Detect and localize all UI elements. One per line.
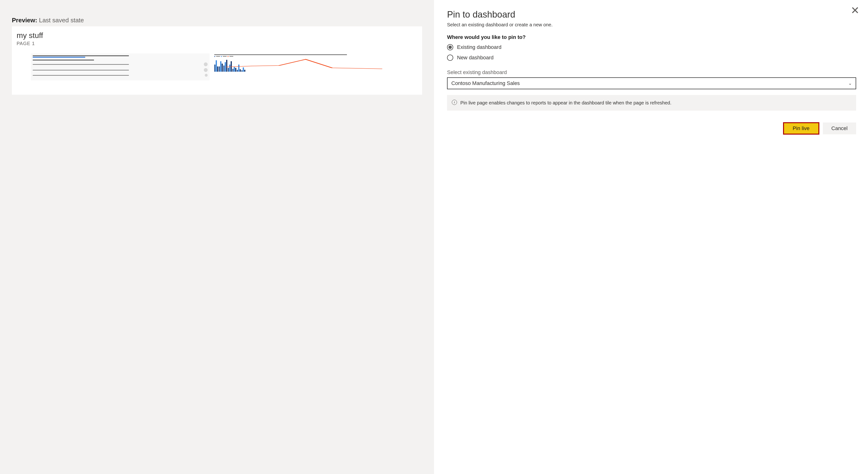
pin-question: Where would you like to pin to? — [447, 34, 856, 40]
preview-page: PAGE 1 — [17, 41, 417, 46]
radio-new-label: New dashboard — [457, 55, 494, 61]
close-icon: ✕ — [851, 4, 860, 16]
select-dashboard-dropdown[interactable]: Contoso Manufacturing Sales ⌄ — [447, 78, 856, 89]
preview-thumbnail — [17, 53, 417, 81]
preview-label: Preview: Last saved state — [12, 17, 422, 24]
thumbnail-chart — [213, 53, 392, 81]
preview-label-prefix: Preview: — [12, 17, 37, 24]
close-button[interactable]: ✕ — [851, 5, 860, 16]
info-text: Pin live page enables changes to reports… — [460, 99, 671, 106]
radio-existing-dashboard[interactable]: Existing dashboard — [447, 44, 856, 50]
select-dashboard-label: Select existing dashboard — [447, 69, 856, 76]
radio-new-dashboard[interactable]: New dashboard — [447, 55, 856, 61]
preview-state: Last saved state — [39, 17, 84, 24]
thumbnail-influencers — [31, 53, 210, 81]
preview-title: my stuff — [17, 31, 417, 40]
radio-icon — [447, 44, 453, 50]
info-box: i Pin live page enables changes to repor… — [447, 95, 856, 111]
dialog-subtitle: Select an existing dashboard or create a… — [447, 22, 856, 28]
pin-live-button[interactable]: Pin live — [783, 122, 819, 134]
dropdown-value: Contoso Manufacturing Sales — [451, 80, 520, 86]
pin-dialog: ✕ Pin to dashboard Select an existing da… — [434, 0, 868, 474]
preview-panel: Preview: Last saved state my stuff PAGE … — [0, 0, 434, 474]
radio-icon — [447, 55, 453, 61]
radio-existing-label: Existing dashboard — [457, 44, 501, 50]
preview-box: my stuff PAGE 1 — [12, 26, 422, 95]
info-icon: i — [452, 100, 457, 105]
dialog-actions: Pin live Cancel — [447, 122, 856, 134]
cancel-button[interactable]: Cancel — [823, 122, 856, 134]
chevron-down-icon: ⌄ — [848, 81, 852, 86]
dialog-title: Pin to dashboard — [447, 9, 856, 20]
